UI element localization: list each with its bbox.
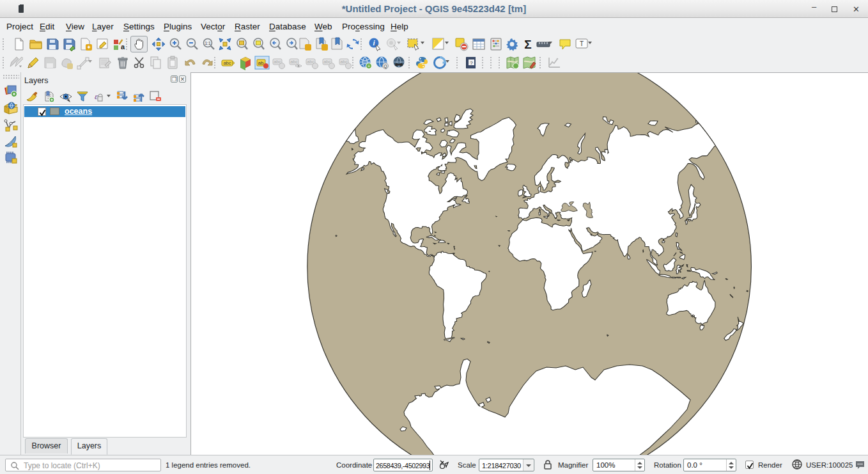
svg-text:T: T (580, 40, 584, 47)
svg-text:Q: Q (384, 64, 387, 69)
svg-text:abc: abc (290, 59, 298, 64)
svg-text:1:1: 1:1 (205, 41, 210, 45)
svg-text:?: ? (470, 60, 473, 66)
svg-text:Σ: Σ (524, 38, 531, 51)
svg-text:✦: ✦ (86, 44, 91, 51)
svg-text:a: a (121, 43, 125, 51)
svg-text:+: + (368, 64, 370, 68)
svg-text:abc: abc (223, 60, 231, 66)
svg-text:ab: ab (258, 60, 264, 66)
